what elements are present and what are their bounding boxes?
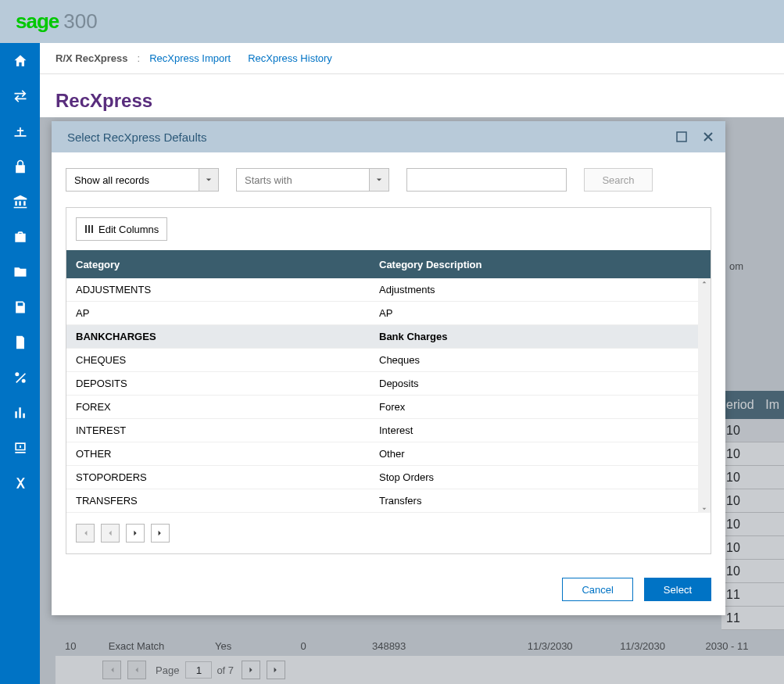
col-description[interactable]: Category Description: [379, 259, 711, 270]
sidebar-lock-icon[interactable]: [0, 149, 40, 184]
cell-description: Forex: [379, 401, 711, 413]
table-row[interactable]: DEPOSITSDeposits: [66, 372, 711, 396]
sidebar-chart-icon[interactable]: [0, 395, 40, 430]
cell-category: BANKCHARGES: [66, 331, 379, 342]
sidebar-transfer-icon[interactable]: [0, 78, 40, 113]
search-button[interactable]: Search: [584, 168, 653, 192]
sidebar-home-icon[interactable]: [0, 43, 40, 78]
pager-prev-button[interactable]: [101, 524, 120, 543]
grid-body: ADJUSTMENTSAdjustmentsAPAPBANKCHARGESBan…: [66, 278, 711, 513]
table-row[interactable]: BANKCHARGESBank Charges: [66, 325, 711, 349]
vertical-scrollbar[interactable]: [698, 278, 711, 513]
filter-row: Show all records Starts with Search: [66, 168, 711, 192]
col-category[interactable]: Category: [66, 259, 379, 270]
cell-category: AP: [66, 307, 379, 319]
cell-description: Stop Orders: [379, 471, 711, 483]
table-row[interactable]: FOREXForex: [66, 396, 711, 419]
show-all-value: Show all records: [66, 168, 199, 192]
grid-header: Category Category Description: [66, 250, 711, 278]
pager-last-button[interactable]: [151, 524, 170, 543]
close-icon[interactable]: [702, 131, 714, 143]
chevron-down-icon[interactable]: [369, 168, 389, 192]
scroll-down-icon[interactable]: [698, 505, 711, 513]
columns-icon: [84, 224, 94, 234]
sidebar-percent-icon[interactable]: [0, 360, 40, 395]
pager-next-button[interactable]: [126, 524, 145, 543]
cell-description: Deposits: [379, 378, 711, 389]
scroll-up-icon[interactable]: [698, 278, 711, 286]
table-row[interactable]: ADJUSTMENTSAdjustments: [66, 278, 711, 302]
show-all-combo[interactable]: Show all records: [66, 168, 219, 192]
cell-category: DEPOSITS: [66, 378, 379, 389]
modal-title: Select RecXpress Defaults: [67, 131, 206, 144]
cell-description: Transfers: [379, 495, 711, 507]
chevron-down-icon[interactable]: [199, 168, 219, 192]
sidebar-adjust-icon[interactable]: [0, 113, 40, 149]
main-area: R/X RecXpress : RecXpress Import RecXpre…: [40, 43, 784, 684]
results-table: Edit Columns Category Category Descripti…: [66, 207, 711, 554]
table-row[interactable]: APAP: [66, 302, 711, 325]
top-bar: sage 300: [0, 0, 784, 43]
pager-first-button[interactable]: [76, 524, 95, 543]
sidebar-bank-icon[interactable]: [0, 184, 40, 219]
cell-description: Interest: [379, 424, 711, 436]
cell-category: CHEQUES: [66, 354, 379, 366]
table-row[interactable]: CHEQUESCheques: [66, 349, 711, 372]
table-row[interactable]: INTERESTInterest: [66, 419, 711, 442]
cell-category: STOPORDERS: [66, 471, 379, 483]
breadcrumb: R/X RecXpress : RecXpress Import RecXpre…: [40, 43, 784, 74]
maximize-icon[interactable]: [675, 131, 688, 143]
sidebar-folder-icon[interactable]: [0, 254, 40, 289]
sidebar-x-icon[interactable]: [0, 465, 40, 500]
breadcrumb-link-import[interactable]: RecXpress Import: [149, 52, 231, 64]
select-defaults-modal: Select RecXpress Defaults Show all recor…: [52, 121, 725, 615]
cell-description: Adjustments: [379, 284, 711, 295]
brand-logo-300: 300: [63, 9, 97, 34]
sidebar-currency-icon[interactable]: [0, 430, 40, 465]
sidebar-briefcase-icon[interactable]: [0, 219, 40, 254]
cell-description: AP: [379, 307, 711, 319]
left-sidebar: [0, 43, 40, 684]
starts-with-value: Starts with: [236, 168, 369, 192]
breadcrumb-sep: :: [138, 52, 141, 64]
modal-header: Select RecXpress Defaults: [52, 121, 725, 152]
cell-category: INTEREST: [66, 424, 379, 436]
sidebar-document-icon[interactable]: [0, 324, 40, 360]
cell-description: Other: [379, 448, 711, 460]
search-input[interactable]: [406, 168, 567, 192]
starts-with-combo[interactable]: Starts with: [236, 168, 389, 192]
cell-description: Bank Charges: [379, 331, 711, 342]
select-button[interactable]: Select: [644, 578, 711, 601]
table-row[interactable]: STOPORDERSStop Orders: [66, 466, 711, 489]
breadcrumb-link-history[interactable]: RecXpress History: [248, 52, 332, 64]
brand-logo-sage: sage: [16, 9, 59, 34]
table-row[interactable]: OTHEROther: [66, 442, 711, 466]
sidebar-save-icon[interactable]: [0, 289, 40, 324]
svg-rect-0: [677, 132, 686, 141]
edit-columns-button[interactable]: Edit Columns: [76, 217, 167, 241]
cell-category: ADJUSTMENTS: [66, 284, 379, 295]
cell-description: Cheques: [379, 354, 711, 366]
cell-category: TRANSFERS: [66, 495, 379, 507]
table-row[interactable]: TRANSFERSTransfers: [66, 489, 711, 513]
grid-pager: [66, 513, 711, 553]
cancel-button[interactable]: Cancel: [562, 578, 632, 601]
breadcrumb-root: R/X RecXpress: [55, 52, 128, 64]
cell-category: OTHER: [66, 448, 379, 460]
cell-category: FOREX: [66, 401, 379, 413]
modal-footer: Cancel Select: [52, 568, 725, 615]
